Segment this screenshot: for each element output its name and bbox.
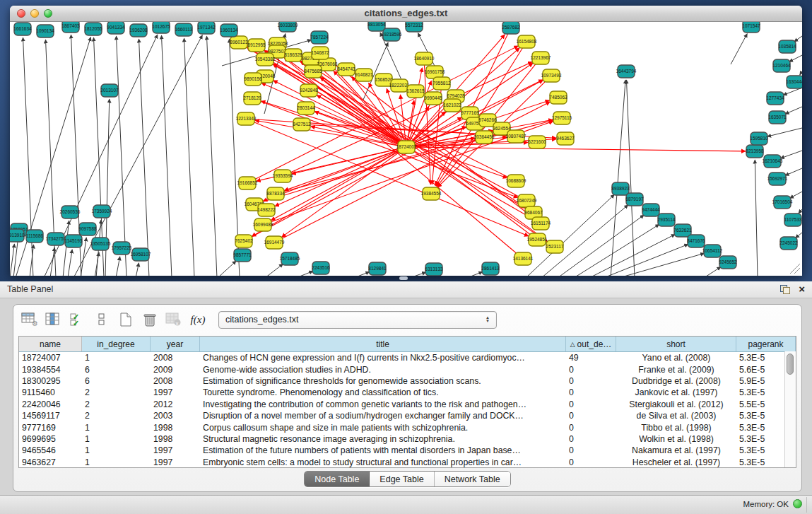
network-edge: [10, 244, 14, 276]
column-header-pagerank[interactable]: pagerank: [736, 337, 796, 351]
network-node-label: 6313133: [425, 267, 443, 271]
cell-year: 1997: [151, 457, 200, 467]
column-header-title[interactable]: title: [200, 337, 566, 351]
network-node-label: 2587682: [502, 25, 520, 30]
status-bar: Memory: OK: [0, 495, 812, 514]
table-row[interactable]: 1830029562008Estimation of significance …: [19, 375, 796, 387]
network-node-label: 2013107: [100, 88, 119, 93]
column-header-label: name: [40, 339, 61, 349]
network-node-label: 1936208: [129, 28, 148, 33]
tab-node-table[interactable]: Node Table: [305, 472, 370, 486]
tab-network-table[interactable]: Network Table: [435, 472, 510, 486]
cell-year: 1997: [151, 445, 200, 455]
network-node-label: 9242848: [300, 88, 318, 93]
network-node-label: 10543382: [255, 57, 276, 62]
new-column-button[interactable]: [115, 310, 136, 329]
row-height-button[interactable]: [91, 310, 112, 329]
network-node-label: 9990445: [424, 95, 442, 100]
network-node-label: 15692971: [767, 176, 788, 181]
network-window-titlebar[interactable]: citations_edges.txt: [10, 6, 802, 22]
network-node-label: 8454743: [337, 66, 355, 71]
table-row[interactable]: 1456911722003Disruption of a novel membe…: [19, 410, 796, 421]
network-node-label: 5572312: [405, 23, 423, 28]
cell-out_degree: 0: [566, 457, 616, 467]
function-builder-button[interactable]: f(x): [187, 314, 208, 326]
table-row[interactable]: 2242004622012Investigating the contribut…: [19, 399, 796, 410]
network-node-label: 2523117: [546, 244, 564, 249]
cell-year: 2008: [151, 353, 200, 363]
network-edge: [410, 272, 426, 276]
cell-name: 9465546: [19, 445, 82, 455]
column-header-short[interactable]: short: [616, 337, 736, 351]
cell-year: 1997: [151, 387, 200, 397]
table-row[interactable]: 1872400712008Changes of HCN gene express…: [19, 352, 796, 363]
network-edge: [795, 233, 802, 238]
column-header-out_degree[interactable]: △out_de…: [566, 337, 616, 351]
table-row[interactable]: 1938455462009Genome-wide association stu…: [19, 363, 796, 375]
cell-year: 2009: [151, 365, 200, 375]
table-row[interactable]: 946554611997Estimation of the future num…: [19, 445, 796, 456]
cell-title: Changes of HCN gene expression and I(f) …: [200, 353, 566, 363]
network-node-label: 9245652: [719, 259, 737, 264]
column-header-label: year: [167, 339, 183, 349]
network-node-label: 1035814: [778, 44, 796, 49]
table-selector-dropdown[interactable]: citations_edges.txt ▲▼: [218, 311, 497, 329]
network-edge: [136, 263, 139, 276]
network-edge: [218, 261, 236, 276]
network-edge: [354, 271, 370, 276]
cell-out_degree: 0: [566, 423, 616, 433]
network-canvas[interactable]: 1872400789601238912955182260589827503105…: [10, 22, 802, 276]
network-node-label: 9890156: [244, 76, 262, 81]
network-node-label: 12213967: [531, 55, 551, 60]
cell-short: Wolkin et al. (1998): [616, 434, 736, 444]
network-node-label: 16961758: [425, 69, 445, 74]
network-node-label: 1635071: [768, 115, 787, 119]
cell-title: Genome-wide association studies in ADHD.: [200, 365, 566, 375]
cytoscape-app: citations_edges.txt 18724007896012389129…: [0, 0, 812, 514]
table-mode-button[interactable]: ⚙: [19, 310, 40, 329]
cell-short: Jankovic et al. (1997): [616, 387, 736, 397]
table-row[interactable]: 911546021997Tourette syndrome. Phenomeno…: [19, 387, 796, 398]
delete-column-button[interactable]: [139, 310, 160, 329]
network-node-label: 8129841: [368, 266, 387, 271]
table-vertical-scrollbar[interactable]: [784, 351, 796, 467]
cell-out_degree: 0: [566, 399, 616, 409]
scrollbar-thumb[interactable]: [787, 354, 794, 375]
network-node-label: 1661634: [13, 26, 32, 31]
network-node-label: 16807249: [517, 198, 537, 203]
cell-in_degree: 1: [82, 457, 151, 467]
network-node-label: 1971342: [197, 25, 216, 30]
network-edge: [162, 35, 172, 276]
network-node-label: 8471676: [687, 238, 705, 243]
show-columns-button[interactable]: [43, 310, 64, 329]
table-row[interactable]: 946362711997Embryonic stem cells: a mode…: [19, 457, 796, 468]
memory-status-icon[interactable]: [793, 499, 802, 508]
network-node-label: 1621022: [443, 103, 461, 107]
table-row[interactable]: 977716911998Corpus callosum shape and si…: [19, 421, 796, 433]
network-edge: [785, 168, 802, 175]
table-row[interactable]: 969969511998Structural magnetic resonanc…: [19, 433, 796, 445]
column-header-year[interactable]: year: [151, 337, 200, 351]
column-header-in_degree[interactable]: in_degree: [82, 337, 151, 351]
network-node-label: 10688609: [506, 178, 526, 183]
network-node-label: 2243516: [312, 265, 330, 270]
network-view-window: citations_edges.txt 18724007896012389129…: [10, 6, 802, 276]
column-header-name[interactable]: name: [19, 337, 82, 351]
network-edge: [50, 247, 54, 276]
select-columns-button[interactable]: ✓✓: [67, 310, 88, 329]
network-node-label: 3913910: [10, 233, 25, 238]
tab-edge-table[interactable]: Edge Table: [370, 472, 434, 486]
delete-table-button[interactable]: x: [163, 310, 184, 329]
network-node-label: 10654112: [702, 248, 723, 253]
float-panel-icon[interactable]: [780, 285, 790, 294]
splitter-handle[interactable]: [399, 276, 408, 280]
network-node-label: 1568520: [375, 77, 393, 82]
status-divider: [806, 497, 807, 513]
close-panel-icon[interactable]: ×: [799, 283, 805, 296]
cell-out_degree: 0: [566, 387, 616, 397]
cell-year: 2008: [151, 376, 200, 386]
network-edge: [589, 234, 675, 276]
table-panel-body: ⚙ ✓✓ x f(x): [0, 298, 812, 495]
network-node-label: 16151174: [531, 221, 551, 226]
svg-text:✓: ✓: [73, 319, 79, 327]
